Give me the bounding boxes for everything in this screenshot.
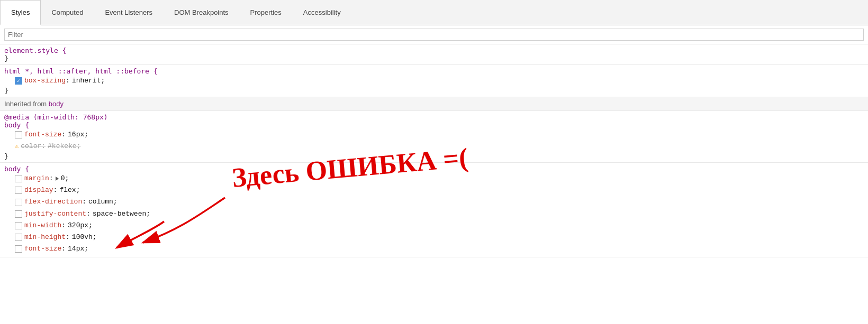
prop-colon-flex-direction: : [82, 196, 86, 208]
prop-colon-justify-content: : [86, 208, 91, 220]
prop-name-box-sizing: box-sizing [24, 75, 66, 87]
selector-html: html *, html ::after, html ::before { [4, 67, 864, 75]
prop-name-font-size-media: font-size [24, 129, 61, 141]
prop-name-min-width: min-width [24, 220, 61, 232]
prop-colon-margin: : [49, 173, 53, 184]
prop-colon-min-height: : [66, 232, 70, 243]
prop-name-color-media: color [21, 141, 41, 152]
styles-content: element.style { } html *, html ::after, … [0, 44, 868, 257]
closing-brace-media: } [4, 152, 864, 160]
prop-value-flex-direction: column; [88, 196, 117, 208]
prop-colon-font-size-media: : [61, 129, 66, 141]
tab-accessibility-label: Accessibility [303, 8, 341, 16]
prop-semicolon-box-sizing: ; [101, 75, 105, 87]
rule-body: body { margin : 0; display : flex; flex-… [0, 163, 868, 257]
tab-dom-breakpoints[interactable]: DOM Breakpoints [164, 0, 240, 25]
rule-html: html *, html ::after, html ::before { ✓ … [0, 65, 868, 97]
tab-bar: Styles Computed Event Listeners DOM Brea… [0, 0, 868, 25]
prop-colon-box-sizing: : [66, 75, 70, 87]
prop-colon-font-size-body: : [61, 243, 66, 255]
prop-name-display: display [24, 184, 53, 196]
prop-value-display: flex; [59, 184, 80, 196]
tab-properties[interactable]: Properties [240, 0, 293, 25]
tab-properties-label: Properties [250, 8, 282, 16]
prop-font-size-media: font-size : 16px; [4, 129, 864, 141]
prop-colon-color-media: : [41, 141, 46, 152]
checkbox-min-height[interactable] [15, 234, 22, 241]
prop-name-min-height: min-height [24, 232, 66, 243]
prop-name-flex-direction: flex-direction [24, 196, 82, 208]
prop-value-margin: 0; [61, 173, 69, 184]
prop-flex-direction: flex-direction : column; [4, 196, 864, 208]
inherited-from-text: Inherited from [4, 100, 47, 108]
prop-min-width: min-width : 320px; [4, 220, 864, 232]
filter-input[interactable] [4, 29, 864, 41]
warning-icon-color: ⚠ [15, 141, 19, 152]
selector-body: body { [4, 165, 864, 173]
checkbox-font-size-media[interactable] [15, 131, 22, 138]
tab-styles-label: Styles [11, 8, 30, 16]
closing-brace-html: } [4, 87, 864, 95]
prop-value-box-sizing: inherit [72, 75, 101, 87]
prop-min-height: min-height : 100vh; [4, 232, 864, 243]
tab-styles[interactable]: Styles [0, 0, 41, 25]
tab-dom-breakpoints-label: DOM Breakpoints [174, 8, 229, 16]
prop-color-media: ⚠ color : #kekeke; [4, 141, 864, 152]
prop-name-font-size-body: font-size [24, 243, 61, 255]
prop-margin: margin : 0; [4, 173, 864, 184]
prop-justify-content: justify-content : space-between; [4, 208, 864, 220]
prop-colon-min-width: : [61, 220, 66, 232]
checkbox-flex-direction[interactable] [15, 199, 22, 206]
prop-name-justify-content: justify-content [24, 208, 86, 220]
rule-element-style: element.style { } [0, 44, 868, 65]
triangle-icon-margin [56, 177, 59, 181]
prop-value-font-size-body: 14px; [68, 243, 88, 255]
checkbox-display[interactable] [15, 187, 22, 194]
prop-name-margin: margin [24, 173, 49, 184]
filter-bar [0, 25, 868, 44]
prop-value-justify-content: space-between; [93, 208, 150, 220]
tab-computed[interactable]: Computed [41, 0, 94, 25]
prop-value-font-size-media: 16px; [68, 129, 88, 141]
tab-accessibility[interactable]: Accessibility [293, 0, 352, 25]
prop-colon-display: : [53, 184, 58, 196]
prop-value-min-height: 100vh; [72, 232, 97, 243]
prop-box-sizing: ✓ box-sizing : inherit ; [4, 75, 864, 87]
checkbox-box-sizing[interactable]: ✓ [15, 77, 22, 85]
prop-value-min-width: 320px; [68, 220, 93, 232]
prop-value-color-media: #kekeke; [48, 141, 80, 152]
closing-brace-element-style: } [4, 54, 864, 62]
checkbox-margin[interactable] [15, 175, 22, 182]
selector-body-sub: body { [4, 121, 864, 129]
tab-computed-label: Computed [51, 8, 83, 16]
selector-media: @media (min-width: 768px) [4, 113, 864, 121]
tab-event-listeners[interactable]: Event Listeners [94, 0, 164, 25]
rule-media-body: @media (min-width: 768px) body { font-si… [0, 111, 868, 163]
inherited-from-link[interactable]: body [49, 100, 64, 108]
checkbox-min-width[interactable] [15, 222, 22, 229]
selector-element-style: element.style { [4, 47, 864, 54]
checkbox-font-size-body[interactable] [15, 245, 22, 253]
prop-display: display : flex; [4, 184, 864, 196]
checkbox-justify-content[interactable] [15, 210, 22, 218]
tab-event-listeners-label: Event Listeners [105, 8, 152, 16]
inherited-from-header: Inherited from body [0, 97, 868, 111]
prop-font-size-body: font-size : 14px; [4, 243, 864, 255]
